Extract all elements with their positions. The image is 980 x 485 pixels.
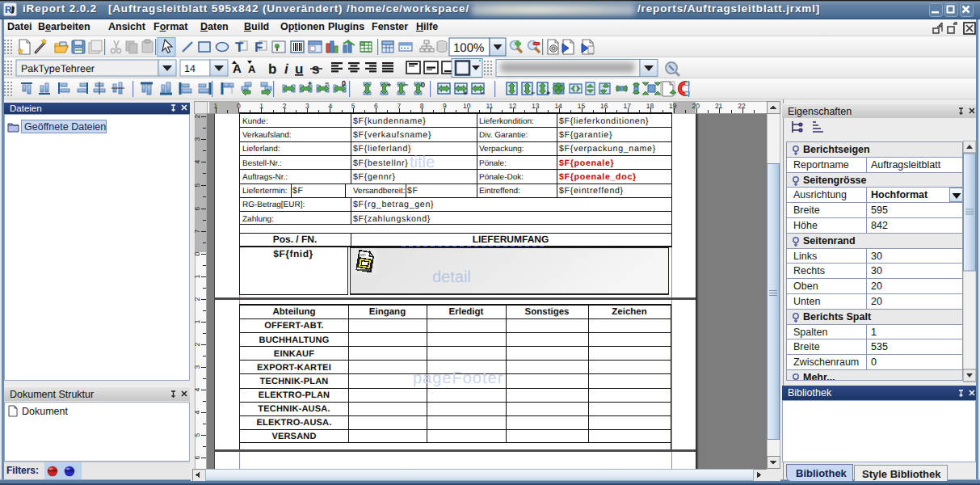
svg-text:2: 2	[283, 102, 287, 110]
svg-text:Pönale-Dok:: Pönale-Dok:	[479, 173, 524, 182]
svg-text:19: 19	[669, 102, 677, 110]
svg-text:Lieferland:: Lieferland:	[242, 145, 280, 154]
svg-text:14: 14	[554, 102, 562, 110]
svg-text:20: 20	[692, 102, 700, 110]
svg-text:−: −	[325, 79, 329, 87]
svg-text:13: 13	[532, 102, 540, 110]
svg-text:$F{verpackung_name}: $F{verpackung_name}	[559, 144, 656, 154]
svg-text:title: title	[410, 154, 435, 171]
svg-text:14: 14	[184, 63, 196, 74]
svg-text:$F{rg_betrag_gen}: $F{rg_betrag_gen}	[353, 200, 434, 209]
svg-text:$F{poenale}: $F{poenale}	[559, 158, 614, 168]
svg-text:$F{verkaufsname}: $F{verkaufsname}	[353, 130, 431, 140]
svg-text:1: 1	[214, 102, 218, 110]
svg-text:Versandbereit:: Versandbereit:	[353, 187, 406, 196]
svg-text:11: 11	[486, 102, 493, 110]
svg-text:Lieferkondition:: Lieferkondition:	[479, 117, 534, 126]
svg-text:0: 0	[193, 251, 201, 255]
svg-text:17: 17	[624, 102, 632, 110]
svg-text:5: 5	[351, 102, 355, 110]
svg-text:10: 10	[463, 102, 471, 110]
svg-text:BUCHHALTUNG: BUCHHALTUNG	[259, 335, 330, 345]
svg-text:$F{fnid}: $F{fnid}	[273, 248, 313, 259]
svg-text:F: F	[254, 40, 263, 55]
svg-text:R: R	[5, 4, 12, 15]
svg-text:i: i	[284, 61, 289, 77]
svg-text:−: −	[404, 81, 408, 89]
svg-text:3: 3	[305, 102, 309, 110]
svg-text:OFFERT-ABT.: OFFERT-ABT.	[264, 321, 324, 331]
svg-text:$F: $F	[292, 186, 304, 196]
svg-text:ELEKTRO-PLAN: ELEKTRO-PLAN	[259, 390, 330, 400]
svg-text:5: 5	[193, 183, 201, 187]
svg-text:4: 4	[193, 387, 201, 391]
svg-text:PakTypeTehreer: PakTypeTehreer	[21, 63, 95, 74]
svg-text:0: 0	[237, 102, 241, 110]
svg-text:Liefertermin:: Liefertermin:	[242, 187, 288, 196]
svg-text:2: 2	[193, 114, 201, 118]
svg-text:12: 12	[509, 102, 517, 110]
svg-text:EXPORT-KARTEI: EXPORT-KARTEI	[257, 363, 331, 373]
svg-text:EINKAUF: EINKAUF	[274, 349, 314, 359]
svg-text:6: 6	[374, 102, 378, 110]
svg-text:16: 16	[600, 102, 608, 110]
svg-text:$F{eintreffend}: $F{eintreffend}	[559, 186, 624, 196]
svg-text:$F{garantie}: $F{garantie}	[559, 130, 612, 140]
svg-text:Zahlung:: Zahlung:	[242, 215, 274, 224]
svg-text:−: −	[480, 89, 484, 97]
svg-text:Auftrags-Nr.:: Auftrags-Nr.:	[242, 173, 288, 182]
svg-text:100%: 100%	[453, 41, 484, 55]
svg-text:Eintreffend:: Eintreffend:	[479, 187, 520, 196]
svg-text:6: 6	[193, 206, 201, 210]
svg-text:+: +	[387, 81, 391, 89]
svg-text:b: b	[268, 61, 276, 77]
svg-text:Verpackung:: Verpackung:	[479, 145, 524, 154]
svg-text:3: 3	[193, 365, 201, 369]
svg-text:5: 5	[193, 432, 201, 436]
svg-text:1: 1	[193, 274, 201, 278]
svg-text:A: A	[248, 63, 256, 75]
svg-text:21: 21	[715, 102, 723, 110]
svg-text:1: 1	[259, 102, 263, 110]
svg-text:LIEFERUMFANG: LIEFERUMFANG	[473, 234, 549, 245]
svg-text:detail: detail	[432, 268, 471, 286]
svg-text:3: 3	[193, 137, 201, 141]
svg-text:6: 6	[193, 455, 201, 459]
svg-text:TECHNIK-PLAN: TECHNIK-PLAN	[260, 377, 329, 386]
svg-text:8: 8	[420, 102, 424, 110]
svg-text:ELEKTRO-AUSA.: ELEKTRO-AUSA.	[256, 418, 331, 428]
svg-text:VERSAND: VERSAND	[271, 432, 316, 441]
svg-text:+: +	[463, 89, 467, 97]
svg-text:Kunde:: Kunde:	[242, 117, 268, 126]
svg-text:15: 15	[578, 102, 586, 110]
svg-text:Bestell-Nr.:: Bestell-Nr.:	[242, 159, 282, 168]
svg-text:u: u	[295, 61, 303, 77]
svg-text:A: A	[233, 62, 242, 76]
svg-text:Sonstiges: Sonstiges	[525, 307, 570, 317]
svg-text:TECHNIK-AUSA.: TECHNIK-AUSA.	[258, 404, 330, 414]
svg-text:+: +	[308, 79, 312, 87]
svg-text:$F: $F	[407, 186, 418, 196]
svg-text:$F{poenale_doc}: $F{poenale_doc}	[559, 172, 637, 182]
svg-text:2: 2	[193, 342, 201, 346]
svg-text:pageFooter: pageFooter	[413, 369, 503, 387]
svg-text:0: 0	[342, 79, 346, 87]
svg-text:Pos. / FN.: Pos. / FN.	[273, 234, 318, 245]
svg-text:2: 2	[193, 297, 201, 301]
svg-text:$F{lieferland}: $F{lieferland}	[353, 144, 411, 154]
svg-text:9: 9	[443, 102, 447, 110]
svg-text:$F{zahlungskond}: $F{zahlungskond}	[353, 214, 431, 224]
svg-text:T: T	[235, 40, 244, 55]
svg-text:4: 4	[193, 159, 201, 163]
svg-text:+: +	[546, 89, 550, 97]
svg-text:$F{bestellnr}: $F{bestellnr}	[353, 158, 409, 168]
svg-text:7: 7	[193, 229, 201, 233]
svg-text:Eingang: Eingang	[369, 307, 406, 317]
svg-text:RG-Betrag[EUR]:: RG-Betrag[EUR]:	[242, 200, 305, 209]
svg-text:Verkaufsland:: Verkaufsland:	[242, 131, 292, 140]
svg-text:1: 1	[193, 319, 201, 323]
svg-text:7: 7	[397, 102, 402, 110]
svg-text:Erledigt: Erledigt	[449, 307, 484, 317]
svg-text:18: 18	[646, 102, 654, 110]
svg-text:Abteilung: Abteilung	[272, 307, 315, 317]
